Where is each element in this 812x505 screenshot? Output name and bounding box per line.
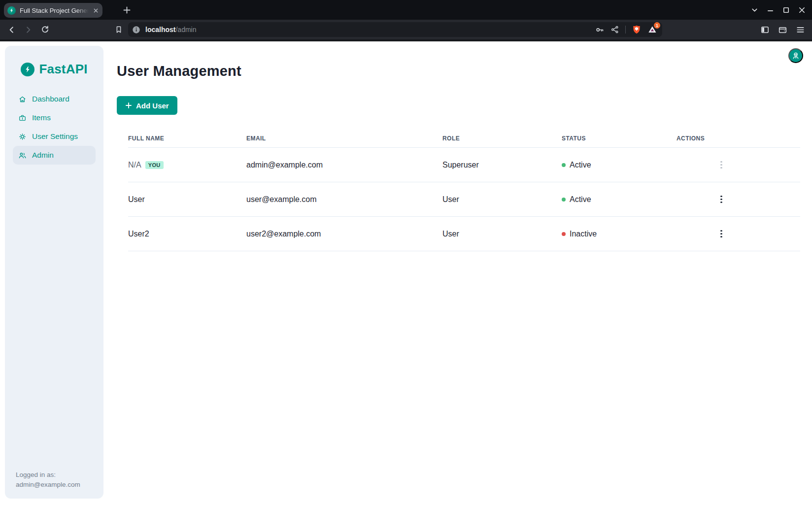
add-user-label: Add User [136,101,169,110]
brave-rewards-icon[interactable]: 1 [647,25,657,34]
status-dot [562,232,566,236]
status-cell: Inactive [570,230,597,238]
page-title: User Management [117,63,800,79]
table-header-row: FULL NAME EMAIL ROLE STATUS ACTIONS [128,130,800,148]
logged-in-label: Logged in as: [16,470,80,480]
sidebar-item-user-settings[interactable]: User Settings [13,127,96,146]
sidebar-item-label: User Settings [32,132,78,141]
logged-in-email: admin@example.com [16,480,80,490]
minimize-icon[interactable] [766,6,775,14]
astronaut-user-icon [791,51,800,60]
sidebar-item-dashboard[interactable]: Dashboard [13,90,96,108]
full-name-cell: N/A [128,161,141,169]
col-header-email: EMAIL [246,135,442,142]
sidebar-item-items[interactable]: Items [13,108,96,127]
briefcase-icon [18,114,27,122]
new-tab-icon[interactable] [122,5,132,15]
full-name-cell: User2 [128,230,149,238]
key-icon[interactable] [595,25,605,34]
url-host: localhost [145,26,175,34]
gear-icon [18,133,27,141]
logo-text: FastAPI [39,62,87,77]
fastapi-bolt-icon [21,63,34,76]
status-cell: Active [570,195,591,204]
window-close-icon[interactable] [798,6,806,14]
table-row: User2 user2@example.com User Inactive [128,217,800,251]
bookmark-icon[interactable] [114,25,123,34]
user-menu-button[interactable] [788,48,803,63]
url-path: /admin [175,26,196,34]
maximize-icon[interactable] [782,6,790,14]
url-bar[interactable]: localhost/admin 1 [128,22,662,37]
users-table: FULL NAME EMAIL ROLE STATUS ACTIONS N/A … [117,130,800,251]
sidebar: FastAPI Dashboard Items User Settings Ad… [5,46,103,499]
fastapi-favicon [7,6,16,15]
plus-icon [125,102,132,109]
row-actions-menu-icon[interactable] [715,228,727,240]
table-row: User user@example.com User Active [128,182,800,217]
col-header-actions: ACTIONS [677,135,800,142]
side-panel-icon[interactable] [760,25,770,34]
url-text: localhost/admin [145,26,590,34]
sidebar-item-label: Dashboard [32,95,69,103]
row-actions-menu-icon[interactable] [715,194,727,205]
email-cell: admin@example.com [246,161,442,169]
fastapi-logo: FastAPI [5,46,103,77]
status-dot [562,163,566,167]
reload-icon[interactable] [40,25,50,34]
site-info-icon[interactable] [132,26,140,34]
tab-title: Full Stack Project Genera [20,7,89,14]
brave-shield-icon[interactable] [632,25,642,34]
status-cell: Active [570,161,591,169]
role-cell: User [442,230,562,238]
row-actions-menu-icon [715,159,727,171]
divider [625,26,626,34]
forward-icon[interactable] [24,25,33,34]
full-name-cell: User [128,195,145,204]
col-header-full-name: FULL NAME [128,135,246,142]
sidebar-nav: Dashboard Items User Settings Admin [5,90,103,165]
col-header-role: ROLE [442,135,562,142]
home-icon [18,95,27,103]
share-icon[interactable] [610,25,619,34]
users-icon [18,151,27,160]
rewards-badge: 1 [654,22,660,29]
table-row: N/A YOU admin@example.com Superuser Acti… [128,148,800,182]
you-badge: YOU [145,161,164,169]
tab-search-chevron-icon[interactable] [750,6,759,14]
add-user-button[interactable]: Add User [117,96,177,115]
tab-close-icon[interactable] [93,7,99,14]
app-page: FastAPI Dashboard Items User Settings Ad… [0,41,812,505]
logged-in-footer: Logged in as: admin@example.com [16,470,80,490]
browser-tab-bar: Full Stack Project Genera [0,0,812,20]
menu-icon[interactable] [796,25,805,34]
wallet-icon[interactable] [778,25,787,34]
role-cell: User [442,195,562,204]
col-header-status: STATUS [562,135,677,142]
back-icon[interactable] [7,25,16,34]
email-cell: user2@example.com [246,230,442,238]
status-dot [562,198,566,202]
main-content: User Management Add User FULL NAME EMAIL… [117,41,800,251]
sidebar-item-admin[interactable]: Admin [13,146,96,165]
sidebar-item-label: Admin [32,151,54,160]
role-cell: Superuser [442,161,562,169]
email-cell: user@example.com [246,195,442,204]
browser-toolbar: localhost/admin 1 [0,20,812,39]
sidebar-item-label: Items [32,113,51,122]
browser-tab[interactable]: Full Stack Project Genera [4,3,102,18]
